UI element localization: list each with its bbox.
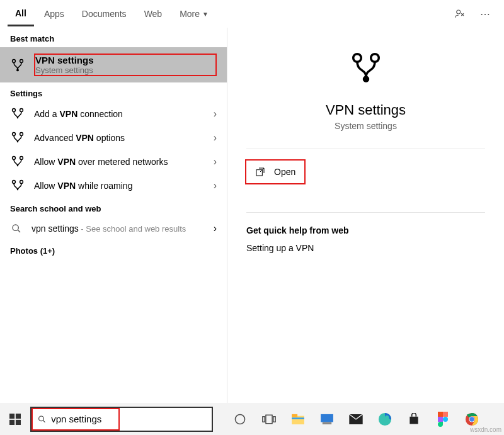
svg-point-21 — [39, 416, 44, 421]
svg-point-6 — [13, 133, 16, 136]
vpn-icon — [10, 57, 25, 72]
taskbar-explorer[interactable] — [284, 403, 312, 435]
taskbar-search[interactable] — [30, 407, 213, 432]
watermark: wsxdn.com — [470, 426, 501, 433]
section-best-match: Best match — [0, 28, 227, 47]
svg-point-0 — [457, 10, 461, 14]
tab-all[interactable]: All — [8, 2, 34, 26]
preview-title: VPN settings — [326, 102, 406, 118]
search-icon — [38, 414, 46, 424]
svg-point-12 — [13, 225, 18, 230]
divider — [246, 149, 485, 149]
vpn-icon — [10, 106, 25, 121]
section-photos: Photos (1+) — [0, 240, 227, 259]
chevron-down-icon: ▼ — [202, 11, 209, 18]
taskbar-store[interactable] — [399, 403, 428, 435]
svg-point-13 — [353, 54, 361, 62]
taskbar-mail[interactable] — [341, 403, 370, 435]
setting-add-vpn[interactable]: Add a VPN connection › — [0, 102, 227, 126]
tab-more[interactable]: More ▼ — [172, 3, 216, 25]
start-button[interactable] — [0, 403, 30, 435]
setting-vpn-metered[interactable]: Allow VPN over metered networks › — [0, 150, 227, 174]
help-header: Get quick help from web — [246, 225, 349, 235]
open-button[interactable]: Open — [245, 159, 306, 184]
svg-point-1 — [13, 60, 16, 63]
vpn-icon — [348, 49, 384, 87]
svg-rect-20 — [16, 419, 21, 424]
svg-rect-18 — [16, 414, 21, 419]
best-match-result[interactable]: VPN settings System settings — [0, 47, 227, 82]
search-icon — [10, 222, 23, 235]
svg-rect-33 — [438, 412, 443, 417]
svg-point-4 — [13, 109, 16, 112]
best-match-subtitle: System settings — [35, 65, 215, 75]
more-options-icon[interactable]: ⋯ — [474, 3, 496, 25]
svg-point-9 — [20, 157, 23, 160]
svg-point-8 — [13, 157, 16, 160]
svg-point-7 — [20, 133, 23, 136]
tab-documents[interactable]: Documents — [74, 3, 134, 25]
svg-rect-27 — [292, 414, 297, 417]
svg-point-14 — [370, 54, 379, 62]
divider — [246, 212, 485, 213]
open-icon — [255, 167, 265, 177]
feedback-icon[interactable] — [449, 3, 471, 25]
web-result-title: vpn settings — [32, 223, 79, 234]
help-link-setup-vpn[interactable]: Setting up a VPN — [246, 243, 314, 253]
chevron-right-icon: › — [214, 223, 217, 234]
taskbar-figma[interactable] — [428, 403, 457, 435]
vpn-icon — [10, 154, 25, 169]
web-result[interactable]: vpn settings - See school and web result… — [0, 217, 227, 240]
svg-point-15 — [364, 77, 368, 81]
setting-advanced-vpn[interactable]: Advanced VPN options › — [0, 126, 227, 150]
svg-rect-23 — [263, 416, 265, 421]
web-result-sub: - See school and web results — [79, 224, 186, 234]
search-input[interactable] — [51, 414, 113, 424]
chevron-right-icon: › — [214, 132, 217, 144]
section-settings: Settings — [0, 82, 227, 102]
svg-point-3 — [17, 69, 18, 71]
svg-rect-30 — [323, 422, 331, 424]
svg-rect-19 — [9, 419, 14, 424]
svg-rect-25 — [273, 416, 275, 421]
svg-rect-24 — [266, 415, 272, 424]
chevron-right-icon: › — [214, 108, 217, 120]
svg-point-5 — [20, 109, 23, 112]
preview-subtitle: System settings — [335, 121, 397, 131]
best-match-title: VPN settings — [35, 55, 94, 65]
tab-apps[interactable]: Apps — [37, 3, 72, 25]
windows-icon — [9, 414, 21, 425]
section-search-web: Search school and web — [0, 198, 227, 217]
tab-more-label: More — [180, 9, 200, 19]
svg-rect-17 — [9, 414, 14, 419]
svg-point-11 — [20, 181, 23, 184]
taskbar-app-blue[interactable] — [312, 403, 341, 435]
svg-point-2 — [20, 60, 23, 63]
setting-vpn-roaming[interactable]: Allow VPN while roaming › — [0, 174, 227, 198]
vpn-icon — [10, 178, 25, 193]
svg-rect-26 — [292, 415, 304, 424]
svg-point-10 — [13, 181, 16, 184]
svg-point-39 — [469, 417, 474, 421]
svg-point-22 — [236, 414, 245, 424]
svg-rect-29 — [321, 414, 333, 422]
open-label: Open — [274, 167, 295, 177]
svg-rect-35 — [438, 417, 443, 422]
chevron-right-icon: › — [214, 180, 217, 191]
taskbar-cortana[interactable] — [226, 403, 255, 435]
taskbar-taskview[interactable] — [255, 403, 284, 435]
chevron-right-icon: › — [214, 156, 217, 167]
vpn-icon — [10, 130, 25, 145]
taskbar-edge[interactable] — [370, 403, 399, 435]
svg-rect-34 — [443, 412, 448, 417]
tab-web[interactable]: Web — [137, 3, 170, 25]
svg-point-36 — [443, 417, 448, 422]
svg-rect-28 — [292, 417, 304, 419]
